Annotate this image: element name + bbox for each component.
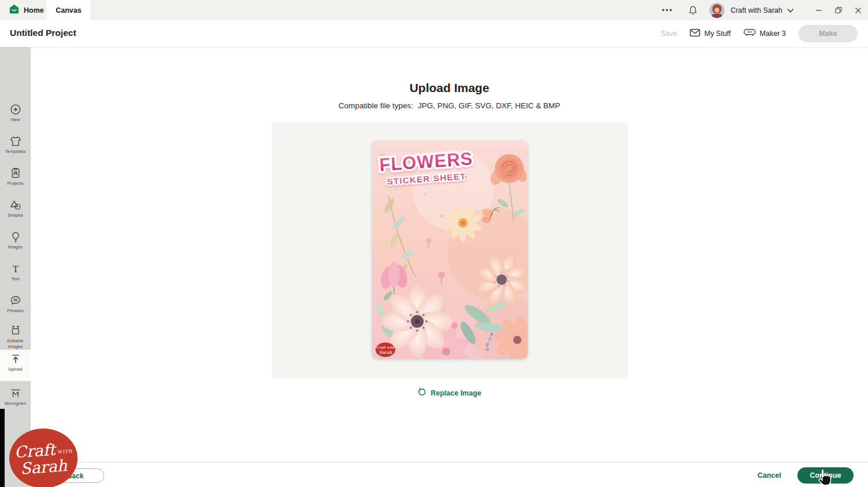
sticker-sheet-title: FLOWERS STICKER SHEET: [378, 148, 474, 186]
sidebar-item-new[interactable]: New: [0, 100, 31, 131]
cricut-home-logo-icon: [9, 4, 19, 16]
sidebar-item-upload[interactable]: Upload: [0, 350, 31, 381]
new-plus-icon: [10, 104, 21, 115]
replace-image-label: Replace Image: [431, 389, 481, 397]
craft-with-sarah-logo: Craft WITH Sarah: [9, 429, 78, 487]
speech-bubble-icon: [10, 295, 21, 306]
notifications-bell-icon[interactable]: [681, 5, 705, 16]
svg-text:Sarah: Sarah: [379, 350, 392, 355]
tshirt-icon: [10, 136, 21, 147]
project-title[interactable]: Untitled Project: [10, 28, 76, 38]
svg-text:T: T: [12, 263, 19, 274]
my-stuff-label: My Stuff: [704, 30, 731, 38]
lightbulb-icon: [10, 231, 21, 243]
editable-selection-icon: [10, 325, 21, 336]
my-stuff-button[interactable]: My Stuff: [690, 28, 731, 39]
monogram-icon: [10, 387, 21, 399]
restore-window-icon[interactable]: [829, 0, 848, 20]
logo-word-sarah: Sarah: [20, 457, 68, 477]
screen-edge-artifact: [0, 409, 5, 487]
sidebar-item-phrases[interactable]: Phrases: [0, 291, 31, 321]
clipboard-icon: [10, 167, 21, 179]
tab-home[interactable]: Home: [0, 0, 44, 20]
canvas-tab-label: Canvas: [56, 6, 81, 14]
sidebar-item-editable-images[interactable]: Editable Images: [0, 321, 31, 350]
more-options-icon[interactable]: •••: [654, 6, 682, 14]
home-tab-label: Home: [24, 6, 44, 14]
text-icon: T: [10, 263, 21, 274]
close-window-icon[interactable]: [848, 0, 868, 20]
compatible-types-text: Compatible file types:JPG, PNG, GIF, SVG…: [31, 101, 868, 110]
cutting-machine-icon: [744, 28, 756, 39]
chevron-down-icon: [787, 6, 794, 14]
continue-button[interactable]: Continue: [797, 467, 854, 484]
page-title: Upload Image: [31, 81, 868, 95]
minimize-window-icon[interactable]: [809, 0, 829, 20]
sidebar-item-images[interactable]: Images: [0, 228, 31, 259]
user-avatar[interactable]: [709, 3, 724, 18]
logo-word-with: WITH: [57, 448, 73, 453]
refresh-icon: [417, 387, 426, 399]
upload-arrow-icon: [10, 353, 21, 365]
uploaded-image-preview: FLOWERS STICKER SHEET Craft with Sarah: [372, 141, 528, 359]
sidebar-item-text[interactable]: T Text: [0, 259, 31, 291]
machine-label: Maker 3: [760, 30, 786, 38]
save-button[interactable]: Save: [661, 30, 678, 38]
logo-word-craft: Craft: [14, 441, 56, 460]
shapes-icon: [10, 199, 21, 211]
cricut-design-space-window: Home Canvas ••• Craft w: [0, 0, 868, 487]
project-header-bar: Untitled Project Save My Stuff Maker 3 M…: [0, 20, 868, 47]
sidebar-item-shapes[interactable]: Shapes: [0, 196, 31, 227]
replace-image-button[interactable]: Replace Image: [31, 387, 868, 399]
watermark-badge: Craft with Sarah: [376, 343, 395, 357]
cancel-button[interactable]: Cancel: [757, 471, 781, 479]
sidebar-item-templates[interactable]: Templates: [0, 132, 31, 163]
tab-canvas[interactable]: Canvas: [47, 0, 90, 20]
envelope-icon: [690, 28, 700, 39]
account-menu[interactable]: Craft with Sarah: [730, 6, 794, 14]
machine-select-button[interactable]: Maker 3: [744, 28, 786, 39]
sidebar-item-projects[interactable]: Projects: [0, 164, 31, 195]
footer-bar: Back Cancel Continue: [31, 462, 868, 487]
account-name-label: Craft with Sarah: [730, 6, 782, 14]
svg-text:Craft with: Craft with: [377, 345, 395, 349]
make-button[interactable]: Make: [799, 25, 858, 42]
top-window-bar: Home Canvas ••• Craft w: [0, 0, 868, 20]
